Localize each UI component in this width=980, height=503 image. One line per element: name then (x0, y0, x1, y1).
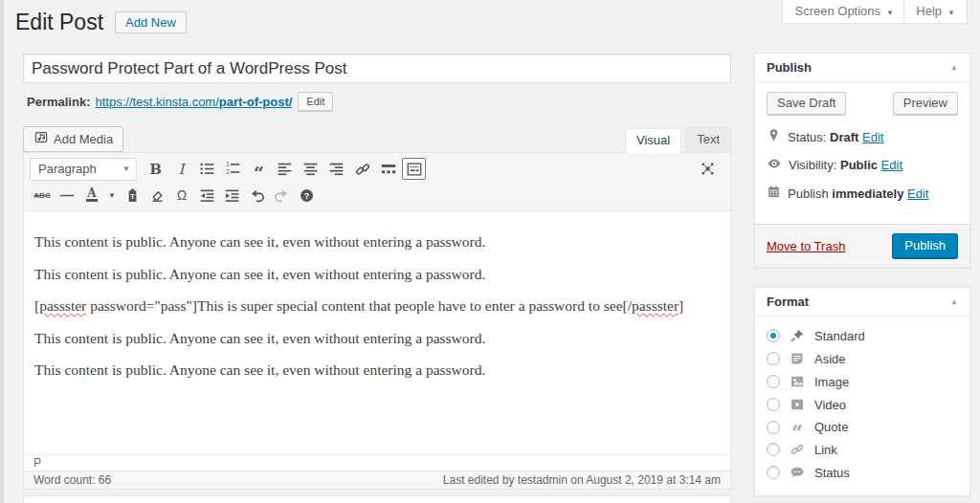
radio-link[interactable] (767, 443, 780, 456)
horizontal-rule-icon[interactable]: — (56, 186, 78, 206)
permalink-link[interactable]: https://test.kinsta.com/part-of-post/ (95, 95, 292, 109)
editor-status-bar: Word count: 66 Last edited by testadmin … (24, 470, 730, 489)
radio-quote[interactable] (767, 421, 780, 434)
permalink-row: Permalink: https://test.kinsta.com/part-… (27, 92, 731, 111)
radio-video[interactable] (767, 398, 780, 411)
undo-icon[interactable] (245, 186, 268, 206)
screen-options-label: Screen Options (794, 4, 880, 18)
visibility-row: Visibility: Public Edit (767, 156, 958, 174)
format-option-status[interactable]: Status (767, 461, 958, 484)
page-title: Edit Post (15, 8, 103, 36)
text-color-icon[interactable]: A (80, 186, 103, 206)
link-icon[interactable] (350, 158, 374, 180)
quote-icon: “ (788, 424, 807, 431)
edit-schedule-link[interactable]: Edit (907, 186, 928, 201)
admin-menu-edge (0, 0, 4, 503)
edit-status-link[interactable]: Edit (862, 130, 883, 144)
radio-standard[interactable] (767, 329, 780, 342)
tab-visual[interactable]: Visual (625, 128, 681, 153)
publish-button[interactable]: Publish (892, 233, 958, 258)
content-shortcode-line: [passster password="pass"]This is super … (34, 296, 720, 315)
paste-as-text-icon[interactable]: T (121, 186, 144, 206)
element-path-value[interactable]: P (33, 456, 41, 470)
help-tab[interactable]: Help▼ (903, 0, 968, 24)
italic-icon[interactable]: I (169, 158, 193, 180)
svg-text:2: 2 (226, 168, 230, 175)
post-content-editor: Paragraph ▼ B I 12 “ (23, 152, 731, 490)
collapse-icon[interactable]: ▲ (950, 297, 958, 306)
align-left-icon[interactable] (273, 158, 297, 180)
post-title-input[interactable] (23, 54, 731, 83)
increase-indent-icon[interactable] (220, 186, 243, 206)
format-option-video[interactable]: Video (767, 393, 958, 416)
move-to-trash-link[interactable]: Move to Trash (767, 239, 845, 253)
bulleted-list-icon[interactable] (195, 158, 219, 180)
editor-content-area[interactable]: This content is public. Anyone can see i… (24, 211, 730, 454)
screen-options-tab[interactable]: Screen Options▼ (782, 0, 906, 24)
link-icon (788, 442, 807, 457)
strikethrough-icon[interactable]: ABC (31, 186, 54, 206)
distraction-free-icon[interactable] (696, 158, 720, 180)
toolbar-row-2: ABC — A ▼ T Ω (28, 183, 726, 208)
last-edited-note: Last edited by testadmin on August 2, 20… (443, 473, 721, 486)
redo-icon[interactable] (270, 186, 293, 206)
svg-text:1: 1 (226, 161, 230, 167)
content-paragraph: This content is public. Anyone can see i… (34, 232, 720, 251)
text-color-dropdown-icon[interactable]: ▼ (105, 186, 119, 206)
add-media-button[interactable]: Add Media (23, 126, 123, 152)
format-options-list: Standard Aside Image (755, 317, 969, 495)
misspelled-word: passster (632, 297, 679, 314)
radio-image[interactable] (767, 375, 780, 388)
align-center-icon[interactable] (299, 158, 323, 180)
format-option-aside[interactable]: Aside (767, 347, 958, 370)
format-option-image[interactable]: Image (767, 370, 958, 393)
keyboard-shortcuts-icon[interactable]: ? (295, 186, 318, 206)
paragraph-format-value: Paragraph (38, 162, 97, 176)
next-metabox-partial (23, 495, 731, 503)
add-new-button[interactable]: Add New (115, 11, 187, 33)
schedule-row: Publish immediately Edit (767, 185, 958, 202)
pushpin-icon (788, 328, 807, 343)
publish-metabox-header[interactable]: Publish ▲ (755, 54, 969, 82)
format-option-label: Video (814, 398, 846, 412)
format-option-label: Status (814, 466, 850, 480)
add-media-label: Add Media (54, 132, 113, 146)
radio-status[interactable] (767, 466, 780, 479)
blockquote-icon[interactable]: “ (247, 158, 271, 180)
element-path-bar: P (24, 454, 730, 470)
publish-metabox-body: Save Draft Preview Status: Draft Edit Vi… (755, 82, 969, 224)
special-character-icon[interactable]: Ω (170, 186, 193, 206)
read-more-icon[interactable] (376, 158, 400, 180)
edit-visibility-link[interactable]: Edit (881, 158, 902, 172)
format-option-standard[interactable]: Standard (767, 324, 958, 347)
editor-toolbar: Paragraph ▼ B I 12 “ (24, 153, 730, 211)
publish-metabox-title: Publish (767, 60, 812, 75)
collapse-icon[interactable]: ▲ (950, 63, 958, 72)
calendar-icon (767, 185, 781, 202)
toolbar-toggle-icon[interactable] (402, 158, 426, 180)
svg-text:T: T (130, 191, 135, 200)
format-metabox-title: Format (767, 295, 809, 309)
tab-text[interactable]: Text (685, 127, 731, 152)
video-icon (788, 397, 807, 412)
publish-buttons-row: Save Draft Preview (767, 92, 958, 115)
bold-icon[interactable]: B (144, 158, 167, 180)
aside-icon (788, 351, 807, 366)
status-row: Status: Draft Edit (767, 128, 958, 145)
format-option-label: Link (814, 443, 837, 457)
format-option-label: Quote (814, 420, 848, 434)
format-metabox-header[interactable]: Format ▲ (755, 288, 969, 317)
publish-actions-footer: Move to Trash Publish (755, 224, 969, 267)
clear-formatting-icon[interactable] (145, 186, 168, 206)
preview-button[interactable]: Preview (893, 92, 958, 115)
format-metabox: Format ▲ Standard Aside (754, 287, 970, 496)
radio-aside[interactable] (767, 352, 780, 365)
paragraph-format-select[interactable]: Paragraph ▼ (30, 158, 137, 181)
save-draft-button[interactable]: Save Draft (767, 92, 846, 115)
permalink-edit-button[interactable]: Edit (298, 92, 333, 111)
format-option-quote[interactable]: “ Quote (767, 416, 958, 438)
decrease-indent-icon[interactable] (195, 186, 218, 206)
media-icon (33, 130, 49, 147)
numbered-list-icon[interactable]: 12 (221, 158, 245, 180)
align-right-icon[interactable] (324, 158, 348, 180)
